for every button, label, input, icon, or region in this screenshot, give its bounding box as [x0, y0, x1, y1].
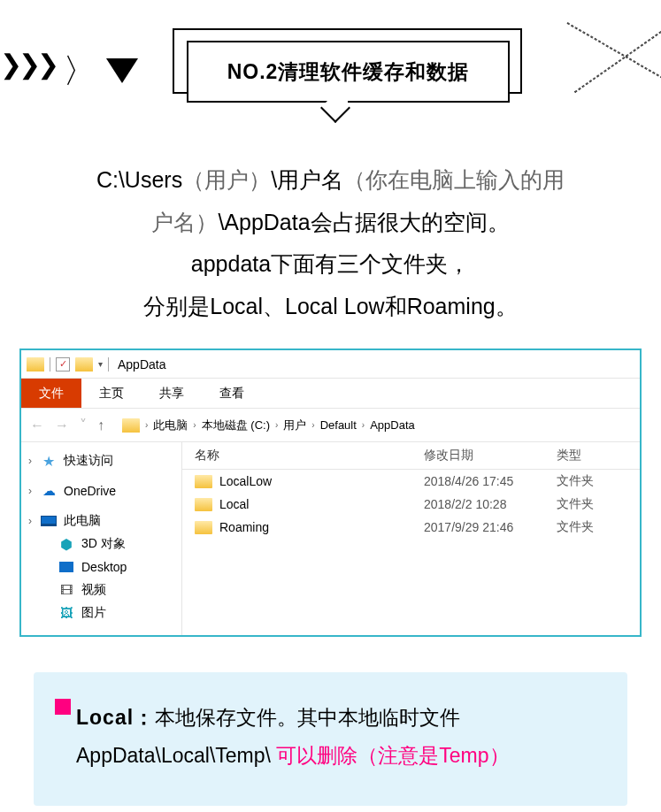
tab-home[interactable]: 主页 — [81, 379, 142, 408]
sidebar: ★ 快速访问 ☁ OneDrive 此电脑 ⬢ 3D 对象 Desktop — [21, 442, 182, 635]
table-row[interactable]: LocalLow 2018/4/26 17:45 文件夹 — [182, 470, 640, 493]
folder-icon — [75, 357, 93, 372]
callout-text: 本地保存文件。其中本地临时文件 — [155, 706, 460, 729]
column-headers[interactable]: 名称 修改日期 类型 — [182, 442, 640, 470]
ribbon-tabs: 文件 主页 共享 查看 — [21, 379, 640, 409]
nav-dropdown-icon[interactable]: ˅ — [80, 417, 87, 433]
description-text: C:\Users（用户）\用户名（你在电脑上输入的用 户名）\AppData会占… — [0, 159, 661, 327]
table-row[interactable]: Roaming 2017/9/29 21:46 文件夹 — [182, 516, 640, 539]
nav-forward-button[interactable]: → — [55, 417, 69, 433]
tab-view[interactable]: 查看 — [202, 379, 262, 408]
folder-icon — [195, 475, 212, 488]
breadcrumb-item[interactable]: AppData — [370, 418, 415, 432]
arrows-decoration: ❯❯❯ 〉 — [0, 49, 96, 94]
window-title: AppData — [118, 357, 165, 372]
titlebar-dropdown-icon[interactable]: ▾ — [98, 359, 103, 369]
picture-icon: 🖼 — [58, 605, 74, 621]
cube-icon: ⬢ — [58, 536, 74, 552]
desktop-icon — [58, 559, 74, 575]
nav-back-button[interactable]: ← — [30, 417, 44, 433]
star-icon: ★ — [41, 453, 57, 469]
address-bar: ← → ˅ ↑ › 此电脑 › 本地磁盘 (C:) › 用户 › Default… — [21, 409, 640, 442]
folder-icon — [27, 357, 44, 372]
file-list: 名称 修改日期 类型 LocalLow 2018/4/26 17:45 文件夹 … — [182, 442, 640, 635]
pc-icon — [41, 513, 57, 529]
nav-up-button[interactable]: ↑ — [97, 417, 104, 433]
video-icon: 🎞 — [58, 582, 74, 598]
breadcrumb-item[interactable]: 此电脑 — [153, 417, 188, 433]
breadcrumb-item[interactable]: Default — [320, 418, 357, 432]
breadcrumb-item[interactable]: 用户 — [283, 417, 306, 433]
col-date-header: 修改日期 — [424, 448, 557, 463]
section-banner: NO.2清理软件缓存和数据 — [173, 28, 522, 94]
tab-file[interactable]: 文件 — [21, 379, 81, 408]
tab-share[interactable]: 共享 — [142, 379, 202, 408]
col-type-header: 类型 — [557, 448, 627, 463]
sidebar-item-3d[interactable]: ⬢ 3D 对象 — [21, 532, 181, 555]
folder-icon — [122, 418, 140, 433]
folder-icon — [195, 498, 212, 511]
callout-path: AppData\Local\Temp\ — [76, 744, 276, 767]
titlebar: ✓ ▾ AppData — [21, 350, 640, 379]
callout-lead: Local： — [76, 706, 155, 729]
sidebar-item-desktop[interactable]: Desktop — [21, 555, 181, 578]
banner-title: NO.2清理软件缓存和数据 — [187, 41, 510, 103]
triangle-down-icon — [106, 58, 138, 83]
sidebar-item-quick[interactable]: ★ 快速访问 — [21, 449, 181, 472]
square-bullet-icon — [55, 699, 71, 715]
sidebar-item-video[interactable]: 🎞 视频 — [21, 578, 181, 601]
folder-icon — [195, 521, 212, 534]
breadcrumb[interactable]: › 此电脑 › 本地磁盘 (C:) › 用户 › Default › AppDa… — [122, 417, 415, 433]
breadcrumb-item[interactable]: 本地磁盘 (C:) — [202, 417, 270, 433]
sidebar-item-pc[interactable]: 此电脑 — [21, 509, 181, 532]
sidebar-item-pictures[interactable]: 🖼 图片 — [21, 601, 181, 624]
dash-decoration — [574, 0, 661, 93]
col-name-header: 名称 — [195, 448, 424, 463]
check-icon: ✓ — [56, 357, 70, 372]
sidebar-item-onedrive[interactable]: ☁ OneDrive — [21, 479, 181, 502]
callout-emphasis: 可以删除（注意是Temp） — [276, 744, 509, 767]
file-explorer-window: ✓ ▾ AppData 文件 主页 共享 查看 ← → ˅ ↑ › 此电脑 › … — [19, 349, 642, 637]
info-callout: Local：本地保存文件。其中本地临时文件 AppData\Local\Temp… — [34, 672, 627, 806]
table-row[interactable]: Local 2018/2/2 10:28 文件夹 — [182, 493, 640, 516]
cloud-icon: ☁ — [41, 483, 57, 499]
